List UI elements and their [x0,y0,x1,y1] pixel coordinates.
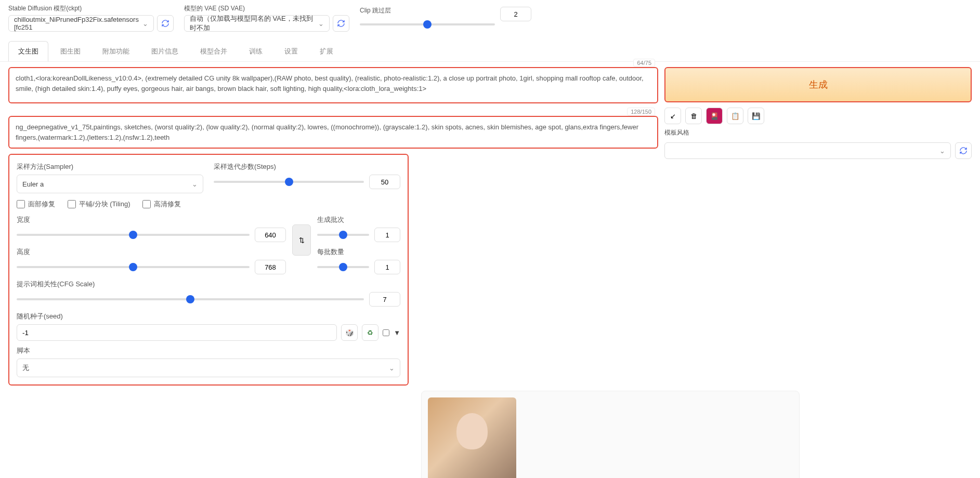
tab-settings[interactable]: 设置 [275,41,308,61]
cfg-value[interactable] [369,292,400,307]
chevron-down-icon: ⌄ [142,20,148,28]
checkpoint-label: Stable Diffusion 模型(ckpt) [8,4,174,13]
dice-icon: 🎲 [345,329,354,337]
tab-extensions[interactable]: 扩展 [310,41,343,61]
seed-random-button[interactable]: 🎲 [341,324,358,341]
refresh-icon [337,19,345,28]
clipboard-button[interactable]: 📋 [727,108,743,124]
preview-panel [421,391,800,478]
refresh-icon [161,19,169,28]
cfg-slider[interactable] [17,298,364,300]
width-slider[interactable] [17,234,250,236]
clipboard-icon: 📋 [731,112,740,120]
checkpoint-refresh-button[interactable] [157,15,174,32]
arrow-icon: ↙ [670,112,676,120]
sampler-label: 采样方法(Sampler) [17,162,203,171]
tab-train[interactable]: 训练 [239,41,272,61]
chevron-down-icon: ⌄ [939,147,945,155]
clip-skip-slider[interactable] [360,23,495,25]
width-label: 宽度 [17,215,286,224]
trash-button[interactable]: 🗑 [685,108,702,124]
neg-prompt-input[interactable]: ng_deepnegative_v1_75t,paintings, sketch… [8,116,658,149]
save-style-button[interactable]: 💾 [748,108,764,124]
tab-txt2img[interactable]: 文生图 [8,41,48,61]
tab-img2img[interactable]: 图生图 [50,41,90,61]
seed-label: 随机种子(seed) [17,312,400,321]
save-icon: 💾 [752,112,761,120]
vae-select[interactable]: 自动（仅加载与模型同名的 VAE，未找到时不加 ⌄ [184,15,330,32]
width-value[interactable] [255,228,286,242]
extra-networks-button[interactable]: 🎴 [706,108,723,124]
chevron-down-icon: ⌄ [389,364,395,372]
triangle-down-icon: ▼ [394,329,400,337]
batch-size-label: 每批数量 [317,247,400,257]
main-tabs: 文生图 图生图 附加功能 图片信息 模型合并 训练 设置 扩展 [0,41,980,62]
height-value[interactable] [255,260,286,274]
seed-recycle-button[interactable]: ♻ [362,324,378,341]
tiling-check[interactable]: 平铺/分块 (Tiling) [68,200,130,209]
script-select[interactable]: 无 ⌄ [17,358,400,377]
batch-count-slider[interactable] [317,234,369,236]
settings-panel: 采样方法(Sampler) Euler a ⌄ 采样迭代步数(Steps) 面部… [8,154,409,386]
prompt-counter: 64/75 [633,59,655,67]
batch-size-slider[interactable] [317,266,369,268]
style-label: 模板风格 [664,129,689,136]
swap-dims-button[interactable]: ⇅ [292,224,311,256]
batch-size-value[interactable] [374,260,400,274]
style-refresh-button[interactable] [955,142,972,159]
height-slider[interactable] [17,266,250,268]
checkpoint-select[interactable]: chilloutmix_NiPrunedFp32Fix.safetensors … [8,15,154,32]
batch-count-value[interactable] [374,228,400,242]
recycle-icon: ♻ [367,329,373,337]
script-label: 脚本 [17,346,400,355]
seed-input[interactable] [17,324,337,341]
swap-icon: ⇅ [299,236,305,244]
refresh-icon [959,147,968,155]
vae-label: 模型的 VAE (SD VAE) [184,4,349,13]
prompt-input[interactable]: cloth1,<lora:koreanDollLikeness_v10:0.4>… [8,67,658,103]
tab-extras[interactable]: 附加功能 [93,41,139,61]
chevron-down-icon: ⌄ [192,180,198,188]
seed-extra-check[interactable] [383,329,389,336]
steps-value[interactable] [369,175,400,189]
trash-icon: 🗑 [690,112,697,120]
tab-pnginfo[interactable]: 图片信息 [141,41,188,61]
clip-skip-value[interactable] [500,7,531,21]
vae-refresh-button[interactable] [333,15,349,32]
chevron-down-icon: ⌄ [318,20,324,28]
cfg-label: 提示词相关性(CFG Scale) [17,280,400,289]
tab-merge[interactable]: 模型合并 [190,41,237,61]
generated-image[interactable] [428,397,516,478]
steps-label: 采样迭代步数(Steps) [214,162,400,171]
batch-count-label: 生成批次 [317,215,400,224]
generate-button[interactable]: 生成 [664,67,972,102]
face-restore-check[interactable]: 面部修复 [17,200,55,209]
hires-check[interactable]: 高清修复 [142,200,181,209]
sampler-select[interactable]: Euler a ⌄ [17,175,203,193]
height-label: 高度 [17,247,286,257]
card-icon: 🎴 [710,112,719,120]
neg-prompt-counter: 128/150 [627,108,655,116]
style-select[interactable]: ⌄ [664,142,951,159]
arrow-button[interactable]: ↙ [664,108,681,124]
steps-slider[interactable] [214,181,364,183]
